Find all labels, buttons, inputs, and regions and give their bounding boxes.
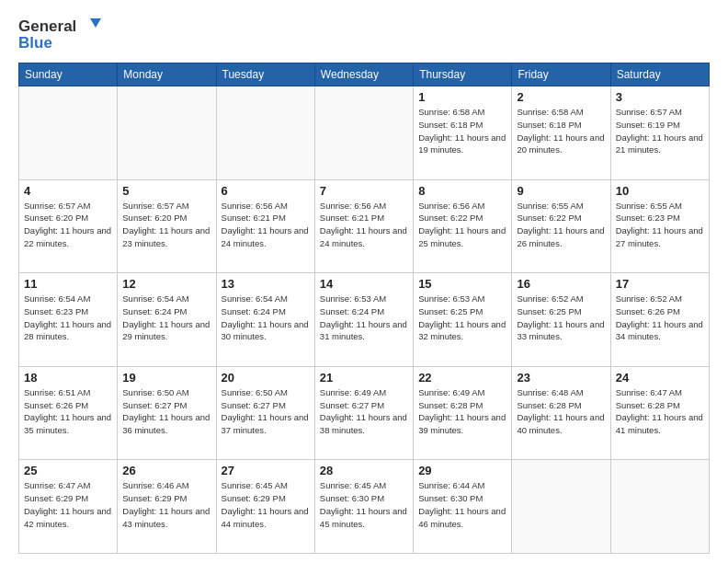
day-number: 24: [616, 371, 704, 385]
calendar-cell: [118, 86, 216, 180]
day-info: Sunrise: 6:53 AMSunset: 6:25 PMDaylight:…: [418, 293, 506, 343]
day-info: Sunrise: 6:57 AMSunset: 6:20 PMDaylight:…: [122, 200, 210, 250]
day-number: 3: [616, 90, 704, 104]
day-info: Sunrise: 6:48 AMSunset: 6:28 PMDaylight:…: [517, 386, 605, 437]
day-info: Sunrise: 6:45 AMSunset: 6:29 PMDaylight:…: [222, 479, 310, 530]
week-row-0: 1Sunrise: 6:58 AMSunset: 6:18 PMDaylight…: [19, 86, 710, 180]
calendar-cell: 13Sunrise: 6:54 AMSunset: 6:24 PMDayligh…: [216, 273, 314, 367]
day-number: 19: [122, 371, 210, 385]
day-number: 10: [616, 184, 704, 198]
day-info: Sunrise: 6:49 AMSunset: 6:27 PMDaylight:…: [320, 386, 408, 437]
day-number: 25: [24, 464, 112, 477]
calendar-cell: 23Sunrise: 6:48 AMSunset: 6:28 PMDayligh…: [512, 366, 610, 460]
calendar-cell: 25Sunrise: 6:47 AMSunset: 6:29 PMDayligh…: [19, 460, 118, 554]
calendar-cell: 15Sunrise: 6:53 AMSunset: 6:25 PMDayligh…: [414, 273, 512, 367]
day-number: 8: [418, 184, 506, 198]
calendar-cell: 1Sunrise: 6:58 AMSunset: 6:18 PMDaylight…: [414, 86, 512, 180]
day-info: Sunrise: 6:52 AMSunset: 6:26 PMDaylight:…: [616, 293, 704, 343]
calendar-cell: 10Sunrise: 6:55 AMSunset: 6:23 PMDayligh…: [610, 179, 709, 273]
calendar-cell: 7Sunrise: 6:56 AMSunset: 6:21 PMDaylight…: [314, 179, 413, 273]
day-number: 7: [320, 184, 408, 198]
calendar-cell: 22Sunrise: 6:49 AMSunset: 6:28 PMDayligh…: [414, 366, 512, 460]
day-info: Sunrise: 6:56 AMSunset: 6:21 PMDaylight:…: [320, 200, 408, 250]
day-number: 29: [418, 464, 506, 477]
day-number: 16: [517, 277, 605, 291]
calendar-cell: 21Sunrise: 6:49 AMSunset: 6:27 PMDayligh…: [314, 366, 413, 460]
day-info: Sunrise: 6:47 AMSunset: 6:28 PMDaylight:…: [616, 386, 704, 437]
day-info: Sunrise: 6:56 AMSunset: 6:21 PMDaylight:…: [222, 200, 310, 250]
day-info: Sunrise: 6:58 AMSunset: 6:18 PMDaylight:…: [517, 106, 605, 156]
svg-marker-2: [90, 18, 101, 28]
calendar-cell: 24Sunrise: 6:47 AMSunset: 6:28 PMDayligh…: [610, 366, 709, 460]
day-number: 13: [222, 277, 310, 291]
weekday-header-thursday: Thursday: [414, 63, 512, 86]
day-info: Sunrise: 6:57 AMSunset: 6:20 PMDaylight:…: [24, 200, 112, 250]
calendar-cell: 9Sunrise: 6:55 AMSunset: 6:22 PMDaylight…: [512, 179, 610, 273]
week-row-2: 11Sunrise: 6:54 AMSunset: 6:23 PMDayligh…: [19, 273, 710, 367]
day-info: Sunrise: 6:57 AMSunset: 6:19 PMDaylight:…: [616, 106, 704, 156]
day-info: Sunrise: 6:55 AMSunset: 6:23 PMDaylight:…: [616, 200, 704, 250]
day-number: 1: [418, 90, 506, 104]
weekday-header-monday: Monday: [118, 63, 216, 86]
day-info: Sunrise: 6:52 AMSunset: 6:25 PMDaylight:…: [517, 293, 605, 343]
calendar-cell: 16Sunrise: 6:52 AMSunset: 6:25 PMDayligh…: [512, 273, 610, 367]
svg-text:General: General: [18, 17, 76, 35]
day-info: Sunrise: 6:55 AMSunset: 6:22 PMDaylight:…: [517, 200, 605, 250]
svg-text:Blue: Blue: [18, 34, 52, 52]
calendar-cell: 6Sunrise: 6:56 AMSunset: 6:21 PMDaylight…: [216, 179, 314, 273]
day-info: Sunrise: 6:50 AMSunset: 6:27 PMDaylight:…: [222, 386, 310, 437]
day-info: Sunrise: 6:56 AMSunset: 6:22 PMDaylight:…: [418, 200, 506, 250]
calendar-cell: [610, 460, 709, 554]
calendar-cell: [314, 86, 413, 180]
day-number: 23: [517, 371, 605, 385]
day-info: Sunrise: 6:47 AMSunset: 6:29 PMDaylight:…: [24, 479, 112, 530]
day-info: Sunrise: 6:49 AMSunset: 6:28 PMDaylight:…: [418, 386, 506, 437]
day-number: 20: [222, 371, 310, 385]
calendar-cell: 3Sunrise: 6:57 AMSunset: 6:19 PMDaylight…: [610, 86, 709, 180]
calendar-cell: 2Sunrise: 6:58 AMSunset: 6:18 PMDaylight…: [512, 86, 610, 180]
day-number: 22: [418, 371, 506, 385]
week-row-4: 25Sunrise: 6:47 AMSunset: 6:29 PMDayligh…: [19, 460, 710, 554]
day-number: 6: [222, 184, 310, 198]
weekday-header-row: SundayMondayTuesdayWednesdayThursdayFrid…: [19, 63, 710, 86]
day-number: 2: [517, 90, 605, 104]
week-row-1: 4Sunrise: 6:57 AMSunset: 6:20 PMDaylight…: [19, 179, 710, 273]
day-number: 5: [122, 184, 210, 198]
day-number: 14: [320, 277, 408, 291]
calendar-cell: 28Sunrise: 6:45 AMSunset: 6:30 PMDayligh…: [314, 460, 413, 554]
day-info: Sunrise: 6:53 AMSunset: 6:24 PMDaylight:…: [320, 293, 408, 343]
calendar-cell: 12Sunrise: 6:54 AMSunset: 6:24 PMDayligh…: [118, 273, 216, 367]
day-number: 11: [24, 277, 112, 291]
calendar-cell: 4Sunrise: 6:57 AMSunset: 6:20 PMDaylight…: [19, 179, 118, 273]
week-row-3: 18Sunrise: 6:51 AMSunset: 6:26 PMDayligh…: [19, 366, 710, 460]
calendar-cell: [216, 86, 314, 180]
page: General Blue SundayMondayTuesdayWednesda…: [0, 0, 728, 563]
calendar-cell: 26Sunrise: 6:46 AMSunset: 6:29 PMDayligh…: [118, 460, 216, 554]
calendar-cell: 27Sunrise: 6:45 AMSunset: 6:29 PMDayligh…: [216, 460, 314, 554]
calendar-cell: 14Sunrise: 6:53 AMSunset: 6:24 PMDayligh…: [314, 273, 413, 367]
day-info: Sunrise: 6:58 AMSunset: 6:18 PMDaylight:…: [418, 106, 506, 156]
day-number: 9: [517, 184, 605, 198]
day-number: 4: [24, 184, 112, 198]
weekday-header-sunday: Sunday: [19, 63, 118, 86]
day-number: 26: [122, 464, 210, 477]
weekday-header-friday: Friday: [512, 63, 610, 86]
day-number: 18: [24, 371, 112, 385]
day-info: Sunrise: 6:50 AMSunset: 6:27 PMDaylight:…: [122, 386, 210, 437]
day-number: 12: [122, 277, 210, 291]
calendar-cell: 5Sunrise: 6:57 AMSunset: 6:20 PMDaylight…: [118, 179, 216, 273]
calendar-cell: [512, 460, 610, 554]
day-number: 21: [320, 371, 408, 385]
day-number: 28: [320, 464, 408, 477]
calendar-cell: 11Sunrise: 6:54 AMSunset: 6:23 PMDayligh…: [19, 273, 118, 367]
day-number: 17: [616, 277, 704, 291]
calendar-cell: 29Sunrise: 6:44 AMSunset: 6:30 PMDayligh…: [414, 460, 512, 554]
header: General Blue: [18, 15, 710, 53]
day-number: 15: [418, 277, 506, 291]
logo-svg: General Blue: [18, 15, 101, 53]
logo: General Blue: [18, 15, 101, 53]
day-info: Sunrise: 6:51 AMSunset: 6:26 PMDaylight:…: [24, 386, 112, 437]
day-info: Sunrise: 6:44 AMSunset: 6:30 PMDaylight:…: [418, 479, 506, 530]
day-info: Sunrise: 6:45 AMSunset: 6:30 PMDaylight:…: [320, 479, 408, 530]
calendar-cell: 18Sunrise: 6:51 AMSunset: 6:26 PMDayligh…: [19, 366, 118, 460]
